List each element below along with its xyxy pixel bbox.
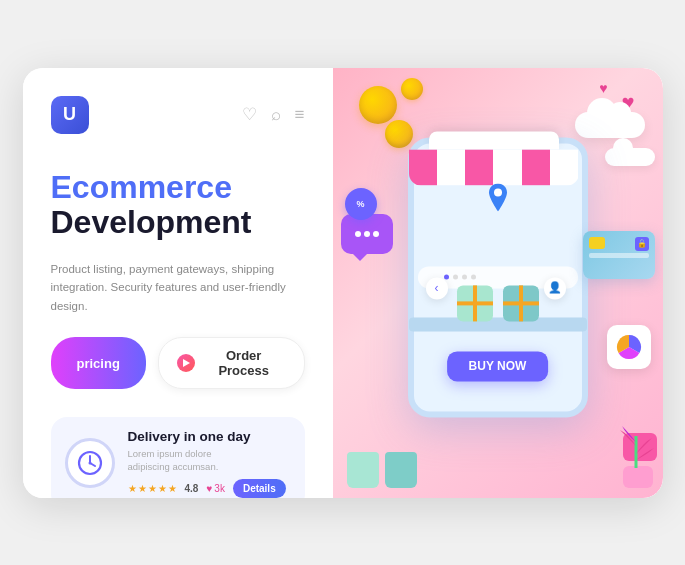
star-icon: ★ xyxy=(128,483,137,494)
stripe-pink3 xyxy=(522,149,550,185)
nav-dot xyxy=(453,274,458,279)
stripe-pink xyxy=(409,149,437,185)
cloud-large xyxy=(575,112,645,138)
menu-icon[interactable]: ≡ xyxy=(295,105,305,125)
delivery-info: Delivery in one day Lorem ipsum dolore a… xyxy=(128,429,291,497)
gift-box-green xyxy=(457,285,493,321)
stripe-pink2 xyxy=(465,149,493,185)
awning xyxy=(404,131,584,186)
clock-icon xyxy=(76,449,104,477)
heart-count: ♥ 3k xyxy=(206,483,225,494)
main-title: Ecommerce Development xyxy=(51,170,305,240)
cc-lock-icon: 🔒 xyxy=(635,237,649,251)
plant xyxy=(614,416,658,490)
gift-ribbon-v xyxy=(473,285,477,321)
bag-handle2 xyxy=(394,444,408,454)
star-icon: ★ xyxy=(138,483,147,494)
percent-badge: % xyxy=(345,188,377,220)
search-icon[interactable]: ⌕ xyxy=(271,105,281,125)
buy-now-button[interactable]: BUY NOW xyxy=(447,351,549,381)
gift-box-teal xyxy=(503,285,539,321)
details-button[interactable]: Details xyxy=(233,479,286,498)
delivery-sub: Lorem ipsum dolore adipiscing accumsan. xyxy=(128,447,291,474)
title-line2: Development xyxy=(51,205,305,240)
awning-stripes xyxy=(409,149,579,185)
rating-value: 4.8 xyxy=(185,483,199,494)
star-rating: ★ ★ ★ ★ ★ xyxy=(128,483,177,494)
heart-icon[interactable]: ♡ xyxy=(242,104,257,125)
top-icons: ♡ ⌕ ≡ xyxy=(242,104,305,125)
pie-chart xyxy=(607,325,651,369)
order-label: Order Process xyxy=(202,348,286,378)
button-row: pricing Order Process xyxy=(51,337,305,389)
shopping-bag-teal xyxy=(385,452,417,488)
awning-top xyxy=(429,131,559,149)
bubble-dot xyxy=(364,231,370,237)
stripe-white xyxy=(437,149,465,185)
coin-large xyxy=(359,86,397,124)
cc-stripe xyxy=(589,253,649,258)
coin-small xyxy=(401,78,423,100)
bag-handle xyxy=(356,444,370,454)
left-panel: U ♡ ⌕ ≡ Ecommerce Development Product li… xyxy=(23,68,333,498)
speech-bubble xyxy=(341,214,393,254)
order-button[interactable]: Order Process xyxy=(158,337,305,389)
nav-dot xyxy=(444,274,449,279)
stripe-white3 xyxy=(550,149,578,185)
top-bar: U ♡ ⌕ ≡ xyxy=(51,96,305,134)
svg-rect-6 xyxy=(626,468,646,484)
profile-nav[interactable]: 👤 xyxy=(544,277,566,299)
svg-point-3 xyxy=(88,462,91,465)
nav-arrow[interactable]: ‹ xyxy=(426,277,448,299)
star-icon: ★ xyxy=(158,483,167,494)
star-icon: ★ xyxy=(148,483,157,494)
credit-card: 🔒 xyxy=(583,231,655,279)
bag-area xyxy=(347,452,417,488)
pricing-button[interactable]: pricing xyxy=(51,337,146,389)
delivery-bottom: ★ ★ ★ ★ ★ 4.8 ♥ 3k Details xyxy=(128,479,291,498)
heart-float2-icon: ♥ xyxy=(599,80,607,96)
cloud-small xyxy=(605,148,655,166)
play-icon xyxy=(177,354,195,372)
star-icon: ★ xyxy=(168,483,177,494)
main-card: U ♡ ⌕ ≡ Ecommerce Development Product li… xyxy=(23,68,663,498)
shopping-bag-mint xyxy=(347,452,379,488)
subtitle: Product listing, payment gateways, shipp… xyxy=(51,260,305,315)
delivery-title: Delivery in one day xyxy=(128,429,291,444)
heart-count-icon: ♥ xyxy=(206,483,212,494)
logo-box[interactable]: U xyxy=(51,96,89,134)
gift-ribbon-v2 xyxy=(519,285,523,321)
play-triangle-icon xyxy=(183,359,190,367)
gift-area xyxy=(457,285,539,321)
pie-chart-svg xyxy=(614,332,644,362)
svg-point-4 xyxy=(494,188,502,196)
phone-frame: ‹ 👤 BUY NOW xyxy=(408,137,588,417)
bubble-dot xyxy=(355,231,361,237)
nav-dot xyxy=(471,274,476,279)
location-pin xyxy=(487,183,509,215)
bubble-dot xyxy=(373,231,379,237)
clock-circle xyxy=(65,438,115,488)
logo-icon: U xyxy=(63,104,76,125)
stripe-white2 xyxy=(493,149,521,185)
title-line1: Ecommerce xyxy=(51,170,305,205)
delivery-card: Delivery in one day Lorem ipsum dolore a… xyxy=(51,417,305,497)
right-panel: ♥ ♥ xyxy=(333,68,663,498)
nav-dot xyxy=(462,274,467,279)
cc-chip xyxy=(589,237,605,249)
